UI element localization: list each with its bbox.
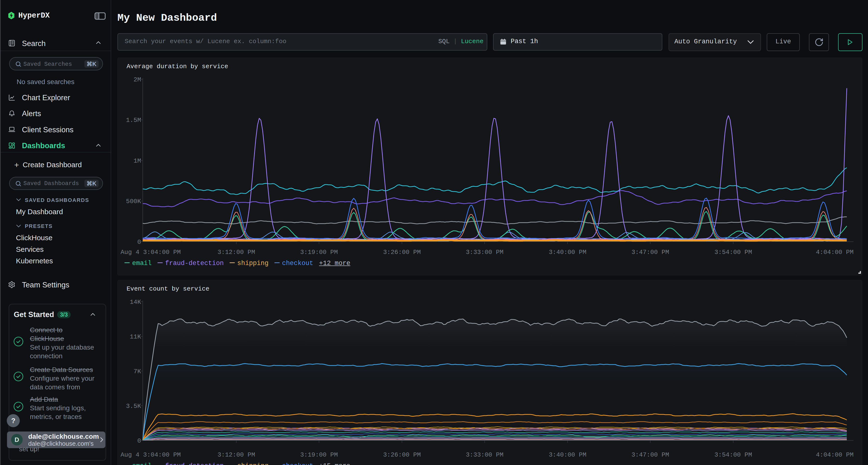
svg-text:14K: 14K [130, 299, 141, 306]
svg-text:Aug 4 3:04:00 PM: Aug 4 3:04:00 PM [121, 248, 181, 256]
svg-text:7K: 7K [133, 368, 141, 375]
svg-text:3:12:00 PM: 3:12:00 PM [217, 248, 255, 256]
svg-text:3:19:00 PM: 3:19:00 PM [300, 451, 338, 459]
svg-text:3:40:00 PM: 3:40:00 PM [549, 451, 586, 459]
svg-text:3:47:00 PM: 3:47:00 PM [631, 248, 669, 256]
svg-text:3:40:00 PM: 3:40:00 PM [549, 248, 586, 256]
svg-text:4:04:00 PM: 4:04:00 PM [816, 248, 854, 256]
svg-text:3:26:00 PM: 3:26:00 PM [383, 248, 421, 256]
svg-text:3.5K: 3.5K [126, 403, 141, 410]
svg-text:3:19:00 PM: 3:19:00 PM [300, 248, 338, 256]
svg-text:3:54:00 PM: 3:54:00 PM [714, 248, 752, 256]
svg-text:3:47:00 PM: 3:47:00 PM [631, 451, 669, 459]
svg-text:0: 0 [137, 437, 141, 444]
svg-text:3:54:00 PM: 3:54:00 PM [714, 451, 752, 459]
svg-text:3:33:00 PM: 3:33:00 PM [466, 451, 503, 459]
svg-text:0: 0 [137, 238, 141, 246]
svg-text:3:26:00 PM: 3:26:00 PM [383, 451, 421, 459]
svg-text:1.5M: 1.5M [126, 117, 141, 124]
svg-text:500K: 500K [126, 198, 141, 205]
svg-text:4:04:00 PM: 4:04:00 PM [816, 451, 854, 459]
svg-text:Aug 4 3:04:00 PM: Aug 4 3:04:00 PM [121, 451, 181, 459]
svg-text:1M: 1M [133, 157, 141, 165]
svg-text:11K: 11K [130, 333, 141, 340]
svg-text:3:12:00 PM: 3:12:00 PM [217, 451, 255, 459]
svg-text:3:33:00 PM: 3:33:00 PM [466, 248, 503, 256]
svg-text:2M: 2M [133, 76, 141, 84]
